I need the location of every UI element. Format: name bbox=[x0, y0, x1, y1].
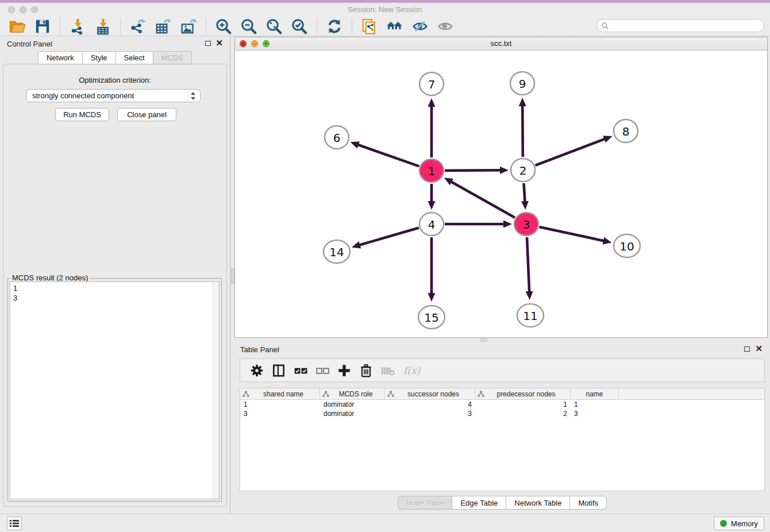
table-tab-node-table[interactable]: Node Table bbox=[398, 496, 453, 510]
memory-button[interactable]: Memory bbox=[714, 516, 764, 530]
search-input[interactable] bbox=[609, 21, 764, 31]
column-header-MCDS-role[interactable]: MCDS role bbox=[320, 388, 385, 399]
column-header-name[interactable]: name bbox=[571, 388, 619, 399]
import-table-icon[interactable] bbox=[94, 18, 111, 35]
node-1[interactable]: 1 bbox=[419, 159, 444, 182]
table-cell[interactable]: dominator bbox=[320, 409, 385, 418]
node-11[interactable]: 11 bbox=[517, 304, 544, 327]
network-minimize-button[interactable]: – bbox=[251, 40, 258, 47]
table-cell[interactable]: 1 bbox=[571, 400, 619, 409]
close-panel-icon[interactable]: ✕ bbox=[215, 38, 223, 48]
edge-arrowhead bbox=[521, 201, 529, 210]
edge-arrowhead bbox=[352, 241, 361, 248]
table-tab-edge-table[interactable]: Edge Table bbox=[452, 496, 506, 510]
edge-3-1[interactable] bbox=[450, 181, 515, 218]
unselect-all-icon[interactable] bbox=[315, 363, 330, 378]
table-cell[interactable]: 2 bbox=[475, 409, 571, 418]
first-neighbors-icon[interactable] bbox=[386, 18, 403, 35]
import-network-icon[interactable] bbox=[69, 18, 86, 35]
refresh-icon[interactable] bbox=[326, 18, 343, 35]
hierarchy-icon bbox=[387, 391, 394, 398]
mcds-result-list[interactable]: 13 bbox=[10, 282, 220, 499]
delete-column-trash-icon[interactable] bbox=[359, 363, 374, 378]
table-cell[interactable]: 1 bbox=[240, 400, 320, 409]
table-cell[interactable]: 1 bbox=[475, 400, 571, 409]
result-scrollbar[interactable] bbox=[213, 282, 219, 499]
edge-3-10[interactable] bbox=[539, 227, 605, 241]
control-tab-network[interactable]: Network bbox=[38, 51, 83, 64]
maximize-window-button[interactable] bbox=[31, 6, 38, 13]
table-row[interactable]: 1dominator411 bbox=[240, 400, 764, 409]
open-session-icon[interactable] bbox=[9, 18, 26, 35]
network-maximize-button[interactable]: + bbox=[263, 40, 270, 47]
node-7[interactable]: 7 bbox=[419, 72, 444, 95]
show-all-icon[interactable] bbox=[437, 18, 454, 35]
control-tab-select[interactable]: Select bbox=[116, 51, 153, 64]
edge-arrowhead bbox=[428, 293, 436, 302]
float-table-panel-icon[interactable] bbox=[744, 346, 750, 352]
search-field[interactable] bbox=[596, 19, 764, 32]
network-close-button[interactable]: x bbox=[240, 40, 247, 47]
select-all-icon[interactable] bbox=[293, 363, 308, 378]
close-panel-button[interactable]: Close panel bbox=[117, 108, 176, 121]
export-image-icon[interactable] bbox=[180, 18, 197, 35]
column-header-successor-nodes[interactable]: successor nodes bbox=[385, 388, 475, 399]
node-2[interactable]: 2 bbox=[511, 159, 535, 182]
horizontal-splitter-grip[interactable] bbox=[480, 338, 487, 342]
edge-2-8[interactable] bbox=[536, 138, 606, 165]
hide-selected-icon[interactable] bbox=[411, 18, 429, 35]
network-window-titlebar[interactable]: x – + scc.txt bbox=[235, 37, 767, 51]
table-row[interactable]: 3dominator323 bbox=[240, 409, 764, 418]
save-session-icon[interactable] bbox=[34, 18, 51, 35]
duplicate-network-icon[interactable] bbox=[361, 18, 378, 35]
edge-1-6[interactable] bbox=[357, 144, 419, 166]
edge-2-9[interactable] bbox=[522, 105, 523, 157]
float-panel-icon[interactable] bbox=[205, 41, 211, 46]
edge-1-2[interactable] bbox=[445, 170, 502, 171]
node-15[interactable]: 15 bbox=[418, 306, 445, 329]
edge-4-14[interactable] bbox=[358, 228, 418, 245]
node-8[interactable]: 8 bbox=[614, 119, 638, 142]
column-panel-icon[interactable] bbox=[271, 363, 286, 378]
function-builder-icon[interactable]: f(x) bbox=[403, 365, 420, 376]
column-header-predecessor-nodes[interactable]: predecessor nodes bbox=[475, 388, 571, 399]
run-mcds-button[interactable]: Run MCDS bbox=[55, 108, 109, 121]
delete-table-icon[interactable] bbox=[380, 363, 395, 378]
minimize-window-button[interactable] bbox=[20, 6, 26, 13]
add-column-icon[interactable] bbox=[337, 363, 352, 378]
node-table[interactable]: shared nameMCDS rolesuccessor nodesprede… bbox=[240, 388, 765, 491]
close-table-panel-icon[interactable]: ✕ bbox=[755, 344, 763, 353]
node-9[interactable]: 9 bbox=[510, 72, 534, 95]
network-canvas[interactable]: 1234678910111415 bbox=[235, 51, 767, 337]
table-cell[interactable]: 3 bbox=[240, 409, 320, 418]
node-14[interactable]: 14 bbox=[324, 240, 350, 263]
task-history-button[interactable] bbox=[7, 516, 22, 530]
table-cell[interactable]: 3 bbox=[385, 409, 475, 418]
node-6[interactable]: 6 bbox=[325, 126, 349, 149]
zoom-selected-icon[interactable] bbox=[291, 18, 308, 35]
export-network-icon[interactable] bbox=[129, 18, 147, 35]
close-window-button[interactable] bbox=[8, 6, 15, 13]
criterion-dropdown[interactable]: strongly connected component bbox=[26, 89, 201, 102]
edge-2-3[interactable] bbox=[523, 183, 525, 203]
edge-3-11[interactable] bbox=[527, 237, 529, 293]
zoom-out-icon[interactable] bbox=[240, 18, 257, 35]
zoom-in-icon[interactable] bbox=[215, 18, 232, 35]
control-tab-style[interactable]: Style bbox=[83, 51, 116, 64]
table-cell[interactable]: dominator bbox=[320, 400, 385, 409]
node-10[interactable]: 10 bbox=[614, 234, 640, 257]
network-window: x – + scc.txt 1234678910111415 bbox=[234, 37, 768, 338]
table-settings-gear-icon[interactable] bbox=[249, 363, 264, 378]
node-3[interactable]: 3 bbox=[514, 213, 538, 236]
table-cell[interactable]: 3 bbox=[571, 409, 619, 418]
table-tab-motifs[interactable]: Motifs bbox=[570, 496, 607, 510]
fit-content-icon[interactable] bbox=[265, 18, 283, 35]
node-4[interactable]: 4 bbox=[419, 213, 444, 236]
control-tab-mcds[interactable]: MCDS bbox=[153, 51, 192, 64]
column-header-shared-name[interactable]: shared name bbox=[240, 388, 320, 399]
vertical-splitter[interactable] bbox=[230, 36, 234, 514]
network-graph[interactable]: 1234678910111415 bbox=[235, 51, 767, 337]
export-table-icon[interactable] bbox=[155, 18, 172, 35]
table-tab-network-table[interactable]: Network Table bbox=[506, 496, 570, 510]
table-cell[interactable]: 4 bbox=[385, 400, 475, 409]
